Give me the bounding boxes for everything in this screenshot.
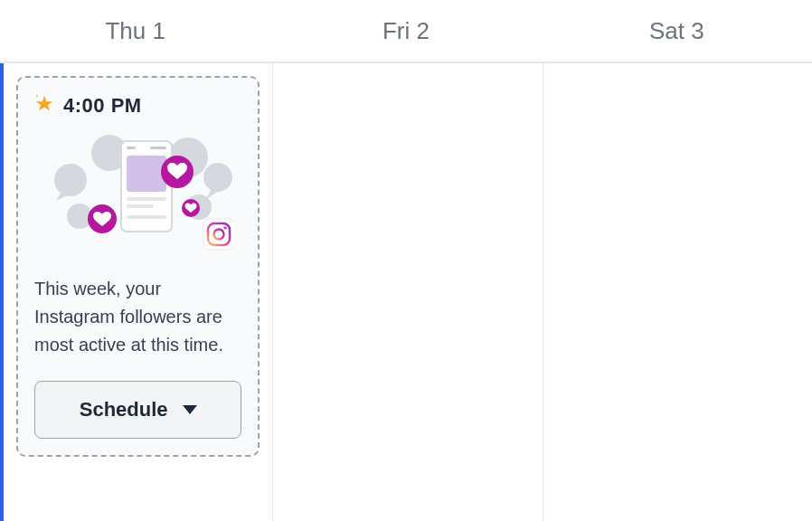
- calendar-header: Thu 1 Fri 2 Sat 3: [0, 0, 812, 63]
- best-time-suggestion-card: 4:00 PM: [16, 76, 260, 457]
- svg-rect-10: [127, 156, 166, 192]
- like-bubble-large: [161, 156, 194, 188]
- like-bubble-left: [88, 204, 117, 233]
- svg-point-20: [223, 226, 227, 230]
- engagement-illustration: [34, 130, 241, 257]
- suggested-time: 4:00 PM: [63, 94, 142, 118]
- schedule-button-label: Schedule: [80, 398, 168, 422]
- svg-rect-9: [150, 147, 166, 149]
- instagram-icon: [203, 219, 233, 250]
- day-column-sat[interactable]: [543, 63, 812, 521]
- star-icon: [34, 94, 54, 118]
- svg-point-4: [203, 163, 232, 192]
- suggestion-message: This week, your Instagram followers are …: [34, 275, 241, 359]
- chevron-down-icon: [183, 405, 197, 414]
- like-bubble-small: [182, 199, 200, 217]
- day-column-fri[interactable]: [273, 63, 543, 521]
- svg-rect-13: [127, 215, 166, 219]
- svg-rect-8: [127, 147, 136, 149]
- day-column-thu[interactable]: 4:00 PM: [0, 63, 273, 521]
- card-time-row: 4:00 PM: [34, 94, 241, 118]
- day-header-sat[interactable]: Sat 3: [542, 0, 812, 62]
- schedule-button[interactable]: Schedule: [34, 381, 241, 439]
- svg-rect-11: [127, 197, 166, 201]
- day-header-fri[interactable]: Fri 2: [270, 0, 541, 62]
- calendar-body: 4:00 PM: [0, 63, 812, 521]
- day-header-thu[interactable]: Thu 1: [0, 0, 270, 62]
- svg-rect-12: [127, 204, 154, 208]
- svg-point-0: [54, 164, 87, 196]
